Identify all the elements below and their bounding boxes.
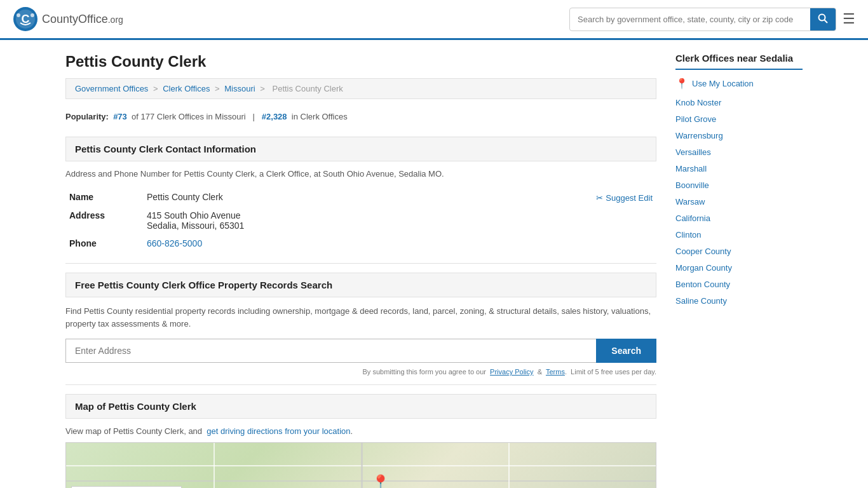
contact-description: Address and Phone Number for Pettis Coun… [65, 169, 656, 179]
sidebar-link[interactable]: Benton County [675, 280, 730, 289]
list-item: Cooper County [675, 246, 803, 256]
edit-icon: ✂ [596, 193, 603, 203]
page-container: Pettis County Clerk Government Offices >… [53, 40, 815, 488]
logo-text: CountyOffice.org [42, 13, 123, 26]
list-item: Knob Noster [675, 97, 803, 107]
main-content: Pettis County Clerk Government Offices >… [65, 53, 656, 488]
address-value: 415 South Ohio Avenue Sedalia, Missouri,… [144, 207, 655, 234]
list-item: Versailles [675, 147, 803, 157]
global-search-input[interactable] [570, 10, 810, 29]
map-road [508, 443, 510, 488]
nearby-clerk-offices-list: Knob NosterPilot GroveWarrensburgVersail… [675, 97, 803, 306]
svg-point-5 [819, 14, 825, 20]
address-line2: Sedalia, Missouri, 65301 [147, 220, 653, 231]
breadcrumb-sep-2: > [215, 84, 222, 93]
sidebar-link[interactable]: Cooper County [675, 247, 731, 256]
sidebar-link[interactable]: Marshall [675, 164, 707, 173]
sidebar-link[interactable]: Versailles [675, 147, 711, 157]
list-item: California [675, 213, 803, 223]
list-item: Boonville [675, 180, 803, 190]
divider2 [65, 384, 656, 385]
logo-icon: C [13, 6, 38, 32]
logo-name: CountyOffice [42, 13, 108, 25]
breadcrumb-current: Pettis County Clerk [272, 84, 342, 93]
global-search-button[interactable] [810, 8, 836, 30]
address-search-button[interactable]: Search [596, 339, 656, 363]
list-item: Marshall [675, 163, 803, 173]
header: C CountyOffice.org ☰ [0, 0, 868, 40]
location-pin-icon: 📍 [675, 78, 688, 90]
address-line1: 415 South Ohio Avenue [147, 210, 653, 220]
sidebar-link[interactable]: Saline County [675, 296, 727, 306]
terms-link[interactable]: Terms [546, 368, 565, 376]
popularity-label: Popularity: [65, 112, 109, 121]
map-container[interactable]: 📍 Pettis County Circuit Clerk View large… [65, 442, 656, 488]
directions-link[interactable]: get driving directions from your locatio… [207, 426, 350, 436]
sidebar-link[interactable]: Pilot Grove [675, 114, 716, 124]
property-description: Find Pettis County residential property … [65, 305, 656, 330]
sidebar-link[interactable]: Warrensburg [675, 131, 723, 140]
map-road [361, 443, 363, 488]
breadcrumb-sep-3: > [260, 84, 267, 93]
use-my-location-link[interactable]: 📍 Use My Location [675, 78, 803, 90]
phone-label: Phone [67, 235, 143, 252]
property-section-header: Free Pettis County Clerk Office Property… [65, 273, 656, 297]
table-row: Name Pettis County Clerk ✂ Suggest Edit [67, 189, 655, 206]
divider [65, 263, 656, 264]
sidebar: Clerk Offices near Sedalia 📍 Use My Loca… [675, 53, 803, 488]
privacy-policy-link[interactable]: Privacy Policy [490, 368, 533, 376]
breadcrumb-sep-1: > [153, 84, 160, 93]
address-label: Address [67, 207, 143, 234]
phone-link[interactable]: 660-826-5000 [147, 238, 202, 248]
name-value: Pettis County Clerk ✂ Suggest Edit [144, 189, 655, 206]
page-title: Pettis County Clerk [65, 53, 656, 71]
svg-point-4 [31, 13, 34, 17]
table-row: Address 415 South Ohio Avenue Sedalia, M… [67, 207, 655, 234]
list-item: Pilot Grove [675, 114, 803, 124]
phone-value: 660-826-5000 [144, 235, 655, 252]
sidebar-link[interactable]: Warsaw [675, 197, 705, 207]
sidebar-link[interactable]: Knob Noster [675, 98, 721, 107]
address-search-input[interactable] [65, 339, 596, 363]
popularity-bar: Popularity: #73 of 177 Clerk Offices in … [65, 108, 656, 125]
popularity-national-rank: #2,328 [262, 112, 287, 121]
breadcrumb: Government Offices > Clerk Offices > Mis… [65, 78, 656, 99]
logo[interactable]: C CountyOffice.org [13, 6, 123, 32]
popularity-of-text: of 177 Clerk Offices in Missouri [132, 112, 246, 121]
map-description: View map of Pettis County Clerk, and get… [65, 426, 656, 436]
popularity-national-text: in Clerk Offices [292, 112, 348, 121]
breadcrumb-item-1[interactable]: Government Offices [75, 84, 148, 93]
svg-point-3 [17, 13, 20, 17]
list-item: Warrensburg [675, 130, 803, 140]
map-placeholder: 📍 Pettis County Circuit Clerk View large… [66, 443, 656, 488]
sidebar-title: Clerk Offices near Sedalia [675, 53, 803, 70]
contact-info-table: Name Pettis County Clerk ✂ Suggest Edit … [65, 187, 656, 253]
global-search [569, 8, 836, 31]
name-label: Name [67, 189, 143, 206]
sidebar-link[interactable]: Morgan County [675, 263, 732, 273]
map-section-header: Map of Pettis County Clerk [65, 394, 656, 419]
list-item: Clinton [675, 229, 803, 240]
table-row: Phone 660-826-5000 [67, 235, 655, 252]
map-road [214, 443, 215, 488]
list-item: Morgan County [675, 262, 803, 273]
list-item: Saline County [675, 295, 803, 306]
address-search-form: Search [65, 339, 656, 363]
map-pin: 📍 [371, 474, 390, 488]
suggest-edit-link[interactable]: ✂ Suggest Edit [596, 193, 653, 203]
svg-line-6 [825, 20, 828, 23]
contact-section-header: Pettis County Clerk Contact Information [65, 137, 656, 161]
sidebar-link[interactable]: Boonville [675, 180, 709, 190]
popularity-rank: #73 [113, 112, 127, 121]
breadcrumb-item-2[interactable]: Clerk Offices [163, 84, 210, 93]
list-item: Benton County [675, 279, 803, 289]
sidebar-link[interactable]: Clinton [675, 230, 701, 240]
breadcrumb-item-3[interactable]: Missouri [224, 84, 255, 93]
list-item: Warsaw [675, 196, 803, 207]
header-right: ☰ [569, 8, 855, 31]
menu-icon[interactable]: ☰ [843, 11, 855, 27]
sidebar-link[interactable]: California [675, 214, 710, 223]
logo-domain: .org [108, 15, 123, 25]
form-disclaimer: By submitting this form you agree to our… [65, 368, 656, 376]
search-icon [818, 13, 828, 24]
